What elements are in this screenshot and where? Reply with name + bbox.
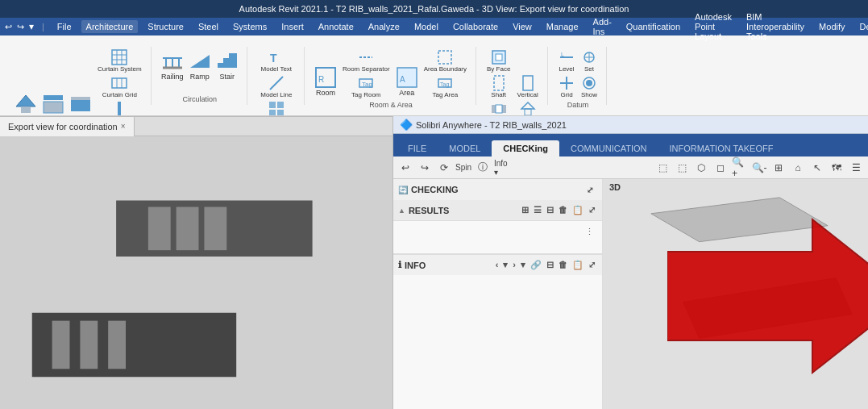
menu-view[interactable]: View: [508, 20, 537, 33]
model-group-button[interactable]: Model Group: [255, 100, 297, 116]
info-nav-next[interactable]: ›: [511, 259, 517, 271]
info-nav-up[interactable]: ▾: [501, 259, 509, 271]
ribbon-group-build: Roof Ceiling Floor C: [6, 47, 152, 105]
menu-structure[interactable]: Structure: [143, 20, 189, 33]
checking-expand-icon[interactable]: 🔄: [398, 186, 408, 194]
menu-file[interactable]: File: [52, 20, 77, 33]
model-line-button[interactable]: Model Line: [255, 74, 297, 99]
qat-btn-3[interactable]: ▾: [29, 21, 34, 32]
model-text-button[interactable]: T Model Text: [255, 48, 297, 73]
redo-btn[interactable]: ↪: [416, 159, 434, 177]
roof-button[interactable]: Roof: [13, 90, 39, 115]
results-icon-1[interactable]: ⊞: [520, 204, 530, 216]
zoom-fit-btn[interactable]: ⊞: [770, 159, 787, 177]
menu-debug[interactable]: Debug: [855, 20, 868, 33]
results-icon-3[interactable]: ⊟: [545, 204, 555, 216]
spin-btn[interactable]: Spin: [455, 159, 472, 177]
menu-collaborate[interactable]: Collaborate: [448, 20, 503, 33]
tag-room-button[interactable]: Tag Tag Room: [340, 74, 392, 99]
show-button[interactable]: Show: [579, 74, 600, 99]
results-icon-5[interactable]: 📋: [571, 204, 585, 216]
viewport-canvas[interactable]: [0, 136, 392, 409]
by-face-button[interactable]: By Face: [484, 48, 513, 73]
area-button[interactable]: A Area: [394, 65, 420, 99]
room-separator-button[interactable]: Room Separator: [340, 48, 392, 73]
set-button[interactable]: Set: [579, 48, 600, 73]
checking-expand-btn[interactable]: ⤢: [583, 182, 597, 197]
svg-text:Tag: Tag: [440, 81, 449, 88]
results-icon-2[interactable]: ☰: [532, 204, 543, 216]
zoom-out-btn[interactable]: 🔍-: [750, 159, 768, 177]
menu-modify[interactable]: Modify: [814, 20, 849, 33]
wall-opening-button[interactable]: Wall: [484, 100, 513, 116]
dormer-button[interactable]: Dormer: [514, 100, 541, 116]
tab-communication[interactable]: COMMUNICATION: [559, 140, 658, 157]
cursor-btn[interactable]: ↖: [808, 159, 826, 177]
info-expand-max[interactable]: ⤢: [587, 259, 597, 271]
nav-btn-2[interactable]: ⬚: [673, 159, 691, 177]
ceiling-button[interactable]: Ceiling: [40, 90, 66, 115]
menu-steel[interactable]: Steel: [193, 20, 223, 33]
stair-button[interactable]: Stair: [214, 48, 240, 83]
results-body-icon[interactable]: ⋮: [584, 226, 596, 238]
menu-architecture[interactable]: Architecture: [81, 20, 139, 33]
floor-button[interactable]: Floor: [68, 90, 93, 115]
info-icon-1[interactable]: 🔗: [529, 259, 543, 271]
ramp-button[interactable]: Ramp: [187, 48, 213, 83]
tag-area-button[interactable]: Tag Tag Area: [422, 74, 469, 99]
view-tab-close[interactable]: ×: [121, 122, 126, 131]
menu-addins[interactable]: Add-Ins: [588, 15, 617, 38]
solibri-3d-viewport[interactable]: 3D: [603, 179, 868, 409]
tab-checking[interactable]: CHECKing: [492, 140, 559, 157]
menu-quantification[interactable]: Quantification: [621, 20, 685, 33]
map-btn[interactable]: 🗺: [828, 159, 845, 177]
shaft-button[interactable]: Shaft: [484, 74, 513, 99]
info-nav-down[interactable]: ▾: [519, 259, 527, 271]
menu-systems[interactable]: Systems: [228, 20, 272, 33]
mullion-button[interactable]: Mullion: [95, 100, 144, 116]
layers-btn[interactable]: ☰: [847, 159, 865, 177]
tab-information-takeoff[interactable]: INFORMATION TAKEOFF: [658, 140, 784, 157]
nav-btn-1[interactable]: ⬚: [654, 159, 671, 177]
info-btn[interactable]: Info ▾: [493, 159, 511, 177]
grid-button[interactable]: Grid: [556, 74, 577, 99]
menu-manage[interactable]: Manage: [542, 20, 584, 33]
qat-btn-1[interactable]: ↩: [5, 22, 12, 32]
tab-file[interactable]: FILE: [397, 140, 438, 157]
curtain-group: Curtain System Curtain Grid Mullion: [95, 48, 144, 116]
svg-rect-58: [148, 207, 171, 251]
room-button[interactable]: R Room: [313, 65, 338, 99]
zoom-in-btn[interactable]: 🔍+: [731, 159, 749, 177]
qat-btn-2[interactable]: ↪: [17, 22, 24, 32]
results-icon-4[interactable]: 🗑: [557, 204, 569, 216]
menu-insert[interactable]: Insert: [276, 20, 309, 33]
svg-rect-5: [71, 97, 90, 100]
tab-model[interactable]: MODEL: [438, 140, 492, 157]
curtain-grid-button[interactable]: Curtain Grid: [95, 74, 144, 99]
nav-btn-3[interactable]: ⬡: [692, 159, 710, 177]
info-icon-2[interactable]: ⊟: [545, 259, 555, 271]
svg-marker-65: [651, 198, 828, 242]
info-circle-btn[interactable]: ⓘ: [474, 159, 492, 177]
results-body: ⋮: [393, 221, 602, 253]
refresh-btn[interactable]: ⟳: [435, 159, 453, 177]
level-button[interactable]: L Level: [556, 48, 577, 73]
info-icons: ‹ ▾ › ▾ 🔗 ⊟ 🗑 📋 ⤢: [494, 259, 597, 271]
menu-annotate[interactable]: Annotate: [314, 20, 359, 33]
info-icon-3[interactable]: 🗑: [557, 259, 569, 271]
svg-rect-45: [523, 76, 533, 90]
undo-btn[interactable]: ↩: [397, 159, 414, 177]
area-boundary-button[interactable]: Area Boundary: [422, 48, 469, 73]
home-btn[interactable]: ⌂: [789, 159, 807, 177]
info-icon-4[interactable]: 📋: [571, 259, 585, 271]
vertical-button[interactable]: Vertical: [514, 74, 541, 99]
results-expand-icon[interactable]: ▲: [398, 207, 405, 215]
nav-btn-4[interactable]: ◻: [712, 159, 729, 177]
info-nav-prev[interactable]: ‹: [494, 259, 500, 271]
menu-analyze[interactable]: Analyze: [363, 20, 405, 33]
menu-massing[interactable]: Model: [409, 20, 443, 33]
curtain-system-button[interactable]: Curtain System: [95, 48, 144, 73]
railing-button[interactable]: Railing: [160, 48, 185, 83]
export-view-tab[interactable]: Export view for coordination ×: [0, 117, 135, 136]
results-expand-max[interactable]: ⤢: [587, 204, 597, 216]
